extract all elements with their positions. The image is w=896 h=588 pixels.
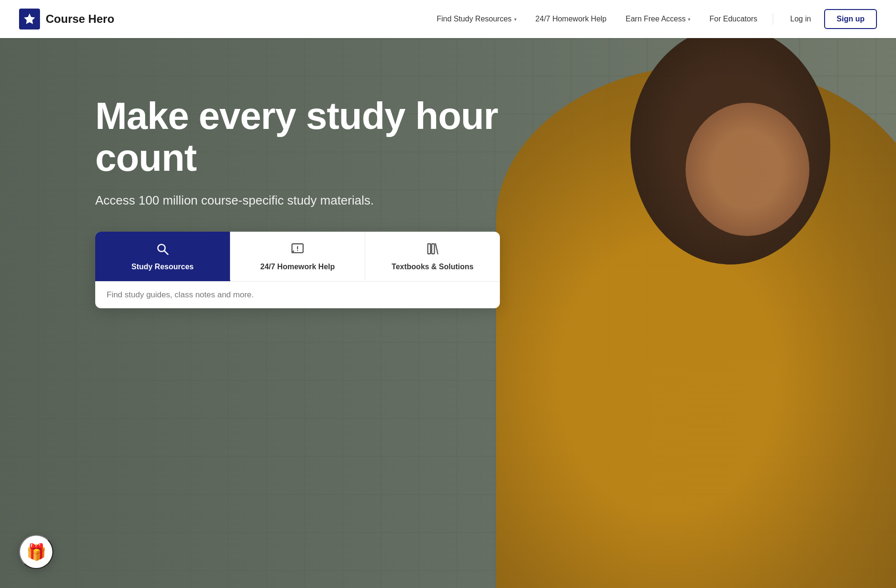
- search-icon: [156, 242, 169, 259]
- svg-rect-6: [431, 244, 434, 254]
- search-input-area: [95, 282, 500, 308]
- search-input[interactable]: [107, 290, 488, 300]
- tab-study-resources-label: Study Resources: [131, 263, 194, 271]
- logo[interactable]: Course Hero: [19, 9, 114, 29]
- search-widget: Study Resources 24/7 Homework Help: [95, 232, 500, 308]
- nav-for-educators-label: For Educators: [709, 15, 757, 23]
- nav-homework-help[interactable]: 24/7 Homework Help: [528, 10, 614, 28]
- svg-line-3: [164, 251, 168, 255]
- nav-divider: [773, 13, 773, 25]
- nav-find-study-label: Find Study Resources: [437, 15, 511, 23]
- hero-title: Make every study hour count: [95, 95, 500, 179]
- search-tabs: Study Resources 24/7 Homework Help: [95, 232, 500, 282]
- books-icon: [426, 242, 439, 259]
- svg-rect-5: [428, 244, 430, 254]
- nav-find-study[interactable]: Find Study Resources ▾: [429, 10, 524, 28]
- tab-textbooks[interactable]: Textbooks & Solutions: [365, 232, 500, 281]
- gift-icon: 🎁: [26, 542, 46, 561]
- tab-textbooks-label: Textbooks & Solutions: [392, 263, 474, 271]
- logo-text: Course Hero: [46, 12, 114, 26]
- gift-button[interactable]: 🎁: [19, 535, 53, 569]
- navbar: Course Hero Find Study Resources ▾ 24/7 …: [0, 0, 896, 38]
- nav-find-study-chevron: ▾: [514, 17, 517, 22]
- logo-badge: [19, 9, 40, 29]
- signup-button[interactable]: Sign up: [824, 9, 877, 29]
- hero-content: Make every study hour count Access 100 m…: [0, 38, 500, 308]
- nav-earn-access[interactable]: Earn Free Access ▾: [618, 10, 698, 28]
- tab-study-resources[interactable]: Study Resources: [95, 232, 230, 281]
- logo-star-icon: [23, 12, 36, 26]
- login-button[interactable]: Log in: [781, 10, 821, 28]
- nav-earn-access-label: Earn Free Access: [626, 15, 686, 23]
- hero-subtitle: Access 100 million course-specific study…: [95, 193, 500, 208]
- nav-for-educators[interactable]: For Educators: [702, 10, 765, 28]
- nav-homework-help-label: 24/7 Homework Help: [536, 15, 607, 23]
- tab-homework-label: 24/7 Homework Help: [260, 263, 335, 271]
- question-chat-icon: [291, 242, 304, 259]
- nav-items: Find Study Resources ▾ 24/7 Homework Hel…: [429, 9, 877, 29]
- hero-person-illustration: [496, 65, 896, 588]
- tab-homework-help[interactable]: 24/7 Homework Help: [230, 232, 366, 281]
- nav-earn-access-chevron: ▾: [688, 17, 690, 22]
- hero-section: Make every study hour count Access 100 m…: [0, 0, 896, 588]
